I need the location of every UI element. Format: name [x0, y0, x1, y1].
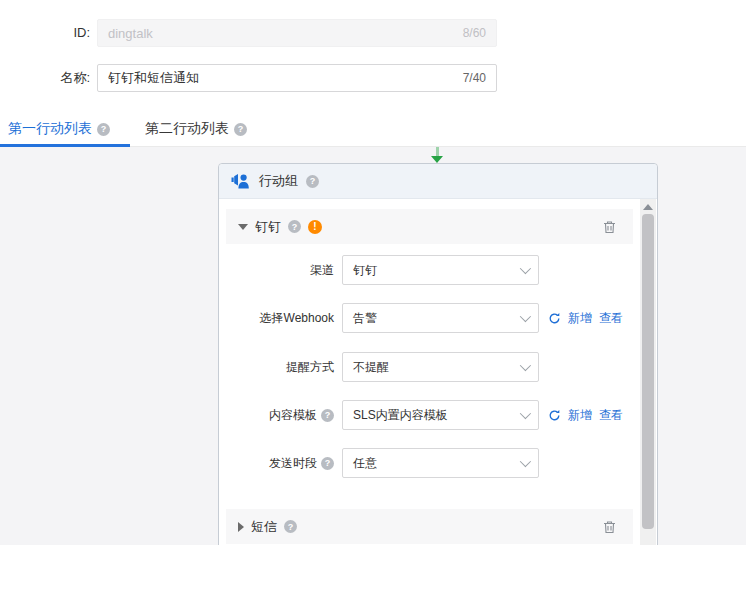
- webhook-add-link[interactable]: 新增: [568, 310, 592, 327]
- tab-second-action-list[interactable]: 第二行动列表 ?: [145, 112, 247, 146]
- scrollbar-thumb[interactable]: [642, 214, 654, 529]
- warning-icon: !: [308, 220, 322, 234]
- content-template-select-value: SLS内置内容模板: [353, 407, 448, 424]
- expand-caret-icon[interactable]: [238, 522, 244, 532]
- collapse-caret-icon[interactable]: [238, 224, 248, 230]
- flow-connector-arrow-icon: [431, 156, 443, 163]
- tab-second-label: 第二行动列表: [145, 120, 229, 138]
- scrollbar-up-arrow-icon[interactable]: [643, 204, 653, 210]
- form-row-send-period: 发送时段 ? 任意: [219, 448, 640, 478]
- help-icon[interactable]: ?: [97, 123, 110, 136]
- webhook-select-value: 告警: [353, 310, 377, 327]
- content-template-select[interactable]: SLS内置内容模板: [342, 400, 539, 430]
- name-input-value: 钉钉和短信通知: [108, 69, 199, 87]
- template-add-link[interactable]: 新增: [568, 407, 592, 424]
- template-view-link[interactable]: 查看: [599, 407, 623, 424]
- id-input[interactable]: dingtalk 8/60: [97, 19, 497, 47]
- channel-select[interactable]: 钉钉: [342, 255, 539, 285]
- action-group-icon: [231, 173, 251, 189]
- card-scrollbar[interactable]: [640, 199, 656, 545]
- form-row-channel: 渠道 钉钉: [219, 255, 640, 285]
- chevron-down-icon: [520, 311, 531, 322]
- remind-mode-select[interactable]: 不提醒: [342, 352, 539, 382]
- channel-label: 渠道: [219, 262, 334, 279]
- tab-first-action-list[interactable]: 第一行动列表 ?: [8, 112, 110, 146]
- action-group-body: 钉钉 ? ! 渠道 钉钉: [219, 199, 657, 545]
- section-dingtalk-title: 钉钉: [255, 218, 281, 236]
- help-icon[interactable]: ?: [234, 123, 247, 136]
- name-char-counter: 7/40: [463, 71, 486, 85]
- help-icon[interactable]: ?: [306, 175, 319, 188]
- section-header-dingtalk[interactable]: 钉钉 ? !: [226, 209, 633, 244]
- tab-first-label: 第一行动列表: [8, 120, 92, 138]
- id-label: ID:: [0, 19, 90, 47]
- section-sms-title: 短信: [251, 518, 277, 536]
- form-row-remind-mode: 提醒方式 不提醒: [219, 352, 640, 382]
- send-period-select[interactable]: 任意: [342, 448, 539, 478]
- refresh-webhook-icon[interactable]: [548, 312, 561, 325]
- chevron-down-icon: [520, 456, 531, 467]
- refresh-template-icon[interactable]: [548, 409, 561, 422]
- webhook-label: 选择Webhook: [219, 310, 334, 327]
- channel-select-value: 钉钉: [353, 262, 377, 279]
- form-row-webhook: 选择Webhook 告警 新增 查看: [219, 303, 640, 333]
- form-row-content-template: 内容模板 ? SLS内置内容模板: [219, 400, 640, 430]
- action-group-title: 行动组: [259, 172, 298, 190]
- webhook-select[interactable]: 告警: [342, 303, 539, 333]
- help-icon[interactable]: ?: [288, 220, 301, 233]
- content-template-label: 内容模板 ?: [219, 407, 334, 424]
- id-input-value: dingtalk: [108, 26, 153, 41]
- help-icon[interactable]: ?: [284, 520, 297, 533]
- help-icon[interactable]: ?: [321, 409, 334, 422]
- chevron-down-icon: [520, 360, 531, 371]
- name-input[interactable]: 钉钉和短信通知 7/40: [97, 64, 497, 92]
- remind-mode-select-value: 不提醒: [353, 359, 389, 376]
- send-period-select-value: 任意: [353, 455, 377, 472]
- remind-mode-label: 提醒方式: [219, 359, 334, 376]
- send-period-label-text: 发送时段: [269, 455, 317, 472]
- chevron-down-icon: [520, 263, 531, 274]
- section-header-sms[interactable]: 短信 ?: [226, 509, 633, 544]
- name-label: 名称:: [0, 64, 90, 92]
- action-group-card: 行动组 ? 钉钉 ? !: [218, 163, 658, 545]
- delete-dingtalk-button[interactable]: [597, 215, 621, 239]
- help-icon[interactable]: ?: [321, 457, 334, 470]
- action-list-tabbar: 第一行动列表 ? 第二行动列表 ?: [0, 112, 746, 147]
- webhook-view-link[interactable]: 查看: [599, 310, 623, 327]
- id-char-counter: 8/60: [463, 26, 486, 40]
- chevron-down-icon: [520, 408, 531, 419]
- content-template-label-text: 内容模板: [269, 407, 317, 424]
- delete-sms-button[interactable]: [597, 515, 621, 539]
- alert-notification-config-page: ID: dingtalk 8/60 名称: 钉钉和短信通知 7/40 第一行动列…: [0, 0, 746, 604]
- send-period-label: 发送时段 ?: [219, 455, 334, 472]
- action-group-header: 行动组 ?: [219, 164, 657, 199]
- action-list-panel: 行动组 ? 钉钉 ? !: [0, 147, 746, 545]
